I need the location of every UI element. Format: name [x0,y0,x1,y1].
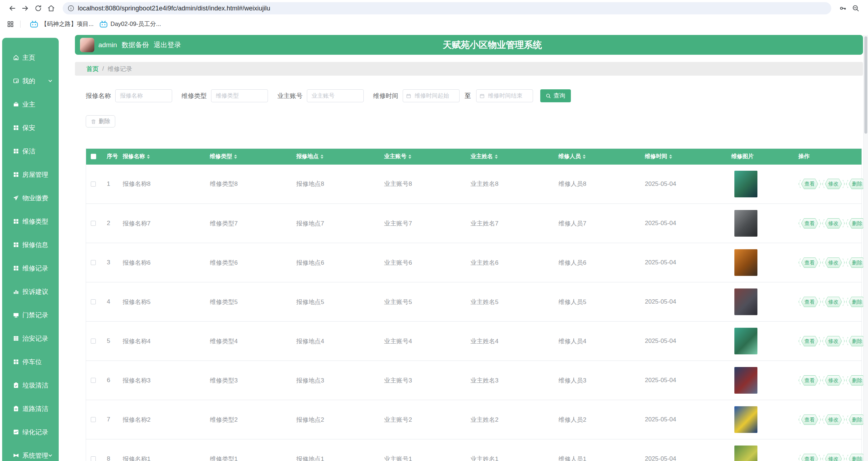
column-header-account[interactable]: 业主账号 [384,149,470,165]
page-info-icon[interactable] [68,5,74,12]
sidebar-item-security-records[interactable]: 治安记录 [2,327,59,350]
view-button[interactable]: 查看 [798,258,821,268]
password-key-icon[interactable] [836,2,849,15]
column-header-seq: 序号 [102,149,122,165]
repair-type-input[interactable] [211,89,268,102]
scrollbar-thumb[interactable] [864,36,867,134]
edit-button[interactable]: 修改 [822,336,845,346]
row-checkbox[interactable] [91,339,96,344]
repair-photo [734,210,757,237]
sidebar-item-label: 业主 [22,100,35,109]
row-checkbox[interactable] [91,182,96,187]
angle-bracket-left [798,259,801,267]
angle-bracket-left [798,180,801,188]
column-header-type[interactable]: 维修类型 [209,149,296,165]
repair-time-end-input[interactable] [476,89,533,102]
field-label: 报修名称 [86,91,111,100]
column-header-owner[interactable]: 业主姓名 [470,149,558,165]
search-button[interactable]: 查询 [540,89,571,102]
sort-caret-icon[interactable] [147,155,150,159]
address-bar[interactable]: localhost:8080/springboot21e4i9fc/admin/… [63,2,831,14]
sort-caret-icon[interactable] [408,155,411,159]
owner-name-cell: 业主姓名8 [470,165,558,204]
row-checkbox[interactable] [91,378,96,383]
repair-time-end-field[interactable] [487,92,530,99]
zoom-out-icon[interactable] [849,2,862,15]
bookmark-item[interactable]: Day02-09-员工分... [99,20,161,28]
column-header-worker[interactable]: 维修人员 [558,149,644,165]
sidebar-item-greening-records[interactable]: 绿化记录 [2,420,59,444]
column-header-photo: 维修图片 [731,149,798,165]
sidebar-item-owner[interactable]: 业主 [2,93,59,116]
repair-place-cell: 报修地点1 [296,439,384,461]
sidebar-item-access-records[interactable]: 门禁记录 [2,303,59,327]
column-header-actions: 操作 [798,149,862,165]
edit-button[interactable]: 修改 [822,415,845,425]
view-button[interactable]: 查看 [798,297,821,307]
bulk-delete-button[interactable]: 删除 [86,115,115,127]
sidebar-item-road-cleaning[interactable]: 道路清洁 [2,397,59,420]
sidebar-item-parking[interactable]: 停车位 [2,350,59,373]
repair-date-cell: 2025-05-04 [644,282,731,322]
repair-type-cell: 维修类型2 [209,400,296,439]
bookmark-item[interactable]: 【码神之路】项目... [30,20,94,28]
home-nav-icon[interactable] [45,2,58,15]
sidebar-item-security-guard[interactable]: 保安 [2,116,59,139]
view-button[interactable]: 查看 [798,179,821,189]
edit-button[interactable]: 修改 [822,179,845,189]
view-button[interactable]: 查看 [798,336,821,346]
edit-button[interactable]: 修改 [822,297,845,307]
angle-bracket-right [819,219,821,227]
vertical-scrollbar[interactable] [863,35,868,461]
repair-date-cell: 2025-05-04 [644,322,731,361]
logout-link[interactable]: 退出登录 [154,40,181,50]
edit-button[interactable]: 修改 [822,375,845,386]
sort-caret-icon[interactable] [234,155,237,159]
repair-time-start-field[interactable] [414,92,456,99]
apps-grid-icon[interactable] [5,19,16,30]
breadcrumb-home-link[interactable]: 首页 [86,65,99,73]
owner-name-cell: 业主姓名4 [470,322,558,361]
row-checkbox[interactable] [91,456,96,461]
sidebar-item-house-management[interactable]: 房屋管理 [2,163,59,186]
view-button[interactable]: 查看 [798,218,821,229]
row-checkbox[interactable] [91,221,96,226]
edit-button[interactable]: 修改 [822,258,845,268]
sidebar-item-property-fees[interactable]: 物业缴费 [2,186,59,210]
column-header-name[interactable]: 报修名称 [122,149,209,165]
forward-icon[interactable] [19,2,32,15]
row-checkbox[interactable] [91,260,96,265]
owner-account-input[interactable] [307,89,364,102]
view-button[interactable]: 查看 [798,415,821,425]
edit-button[interactable]: 修改 [822,218,845,229]
sidebar-item-repair-info[interactable]: 报修信息 [2,233,59,256]
edit-button[interactable]: 修改 [822,454,845,461]
sort-caret-icon[interactable] [495,155,498,159]
select-all-checkbox[interactable] [91,154,96,159]
view-button[interactable]: 查看 [798,375,821,386]
repair-name-input[interactable] [115,89,172,102]
sidebar-item-complaints[interactable]: 投诉建议 [2,280,59,303]
sidebar-item-label: 主页 [22,53,35,62]
sidebar-item-home[interactable]: 主页 [2,46,59,69]
row-checkbox[interactable] [91,299,96,304]
sort-caret-icon[interactable] [321,155,323,159]
sidebar-item-mine[interactable]: 我的 [2,69,59,93]
column-header-place[interactable]: 报修地点 [296,149,384,165]
view-button[interactable]: 查看 [798,454,821,461]
row-checkbox[interactable] [91,417,96,422]
sort-caret-icon[interactable] [583,155,586,159]
sort-caret-icon[interactable] [669,155,672,159]
sidebar-item-repair-type[interactable]: 维修类型 [2,210,59,233]
sidebar-item-repair-record[interactable]: 维修记录 [2,256,59,280]
data-backup-link[interactable]: 数据备份 [122,40,149,50]
sidebar-item-cleaning-staff[interactable]: 保洁 [2,139,59,163]
sidebar-item-garbage-cleaning[interactable]: 垃圾清洁 [2,373,59,397]
angle-bracket-left [846,376,849,384]
back-icon[interactable] [6,2,19,15]
reload-icon[interactable] [32,2,45,15]
column-header-date[interactable]: 维修时间 [644,149,731,165]
avatar[interactable] [80,38,94,52]
repair-time-start-input[interactable] [403,89,460,102]
sidebar-item-system-management[interactable]: 系统管理 [2,444,59,461]
